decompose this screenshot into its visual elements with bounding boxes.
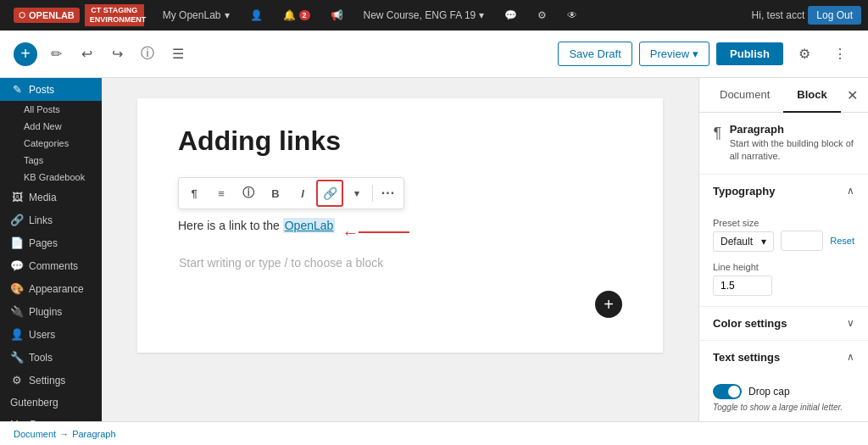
logout-button[interactable]: Log Out [808,6,861,25]
text-settings-content: Drop cap Toggle to show a large initial … [699,374,868,421]
info-btn[interactable]: ⓘ [235,180,262,207]
settings-icon: ⚙ [10,374,24,387]
settings-nav[interactable]: ⚙ [529,0,555,31]
color-settings-header[interactable]: Color settings ∨ [699,307,868,340]
add-block-button[interactable]: + [595,291,622,318]
typography-section-header[interactable]: Typography ∧ [699,175,868,208]
options-menu-button[interactable]: ⋮ [826,40,854,69]
paragraph-text: Here is a link to the OpenLab [178,216,335,235]
save-draft-button[interactable]: Save Draft [558,42,632,66]
comments-icon: 💬 [10,259,24,272]
openlab-logo: ⬡ OPENLAB [14,8,80,23]
block-name: Paragraph [730,123,854,136]
breadcrumb-paragraph[interactable]: Paragraph [72,429,115,439]
redo-button[interactable]: ↪ [105,42,129,66]
toggle-knob [728,386,740,398]
sidebar-subitem-add-new[interactable]: Add New [0,118,102,135]
sidebar-item-posts[interactable]: ✎ Posts [0,78,102,101]
paragraph-with-annotation: Here is a link to the OpenLab ← [178,216,622,248]
sidebar-item-plugins[interactable]: 🔌 Plugins [0,300,102,323]
editor-topbar: + ✏ ↩ ↪ ⓘ ☰ Save Draft Preview ▾ Publish… [0,31,868,78]
breadcrumb-document[interactable]: Document [14,429,56,439]
add-block-topbar-button[interactable]: + [14,42,37,66]
link-btn[interactable]: 🔗 [316,180,343,207]
chevron-up-icon: ∧ [847,185,854,197]
pages-icon: 📄 [10,236,24,249]
placeholder-block[interactable]: Start writing or type / to choose a bloc… [178,248,622,277]
line-height-input[interactable] [713,275,772,296]
reset-size-button[interactable]: Reset [830,236,854,246]
sidebar-item-users[interactable]: 👤 Users [0,323,102,346]
drop-cap-toggle[interactable] [713,384,742,399]
preview-button[interactable]: Preview ▾ [639,42,709,66]
tab-block[interactable]: Block [783,78,840,113]
course-nav[interactable]: New Course, ENG FA 19 ▾ [355,0,493,31]
block-toolbar: ¶ ≡ ⓘ B I 🔗 ▾ ··· [178,177,404,209]
sidebar: ✎ Posts All Posts Add New Categories Tag… [0,78,102,421]
custom-size-input[interactable] [781,231,823,251]
line-height-group: Line height [713,262,854,296]
preset-size-select[interactable]: Default ▾ [713,231,774,252]
eye-nav[interactable]: 👁 [559,0,586,31]
list-view-button[interactable]: ☰ [166,42,190,66]
italic-btn[interactable]: I [289,180,316,207]
megaphone-nav[interactable]: 📢 [322,0,352,31]
breadcrumb-separator: → [59,429,69,439]
chevron-down-color-icon: ∨ [847,317,854,329]
post-title[interactable]: Adding links [178,125,622,157]
tab-document[interactable]: Document [706,78,783,113]
text-settings-section: Text settings ∧ Drop cap Toggle to show … [699,341,868,421]
more-options-btn[interactable]: ··· [375,180,402,207]
custom-group [781,231,823,251]
my-openlab-nav[interactable]: My OpenLab ▾ [154,0,238,31]
bottom-bar: Document → Paragraph [0,421,868,445]
text-settings-header[interactable]: Text settings ∧ [699,341,868,374]
sidebar-item-tools[interactable]: 🔧 Tools [0,346,102,369]
notif-badge: 2 [299,10,310,20]
panel-tabs: Document Block ✕ [699,78,868,113]
hi-text: Hi, test acct [752,9,805,21]
sidebar-item-pages[interactable]: 📄 Pages [0,231,102,254]
undo-button[interactable]: ↩ [75,42,98,66]
sidebar-item-media[interactable]: 🖼 Media [0,186,102,209]
chat-nav[interactable]: 💬 [496,0,526,31]
sidebar-item-settings[interactable]: ⚙ Settings [0,369,102,392]
block-desc: Start with the building block of all nar… [730,137,854,164]
info-button[interactable]: ⓘ [136,42,159,66]
dropdown-btn[interactable]: ▾ [343,180,370,207]
link-text[interactable]: OpenLab [283,218,336,233]
openlab-logo-area: ⬡ OPENLAB CT STAGINGENVIRONMENT [7,4,151,26]
editor-settings-button[interactable]: ⚙ [790,40,819,69]
editor-area: Adding links ¶ ≡ ⓘ B I 🔗 ▾ ··· Here is a… [102,78,698,421]
color-settings-title: Color settings [713,317,787,330]
staging-banner: CT STAGINGENVIRONMENT [85,4,144,26]
bold-btn[interactable]: B [262,180,289,207]
panel-close-button[interactable]: ✕ [843,84,861,107]
text-settings-title: Text settings [713,351,780,364]
links-icon: 🔗 [10,214,24,226]
top-nav-right: Hi, test acct Log Out [752,6,861,25]
paragraph-btn[interactable]: ¶ [181,180,208,207]
sidebar-subitem-all-posts[interactable]: All Posts [0,101,102,118]
sidebar-subitem-tags[interactable]: Tags [0,152,102,169]
sidebar-subitem-categories[interactable]: Categories [0,135,102,152]
publish-button[interactable]: Publish [716,42,783,65]
preset-size-row: Preset size Default ▾ Reset [713,218,854,252]
posts-icon: ✎ [10,83,24,96]
sidebar-item-appearance[interactable]: 🎨 Appearance [0,277,102,300]
align-btn[interactable]: ≡ [208,180,235,207]
top-navigation: ⬡ OPENLAB CT STAGINGENVIRONMENT My OpenL… [0,0,868,31]
right-panel: Document Block ✕ ¶ Paragraph Start with … [698,78,868,421]
user-nav[interactable]: 👤 [242,0,271,31]
chevron-down-icon: ▾ [693,47,698,60]
typography-title: Typography [713,185,775,197]
arrow-line [359,231,409,233]
sidebar-subitem-kb-gradebook[interactable]: KB Gradebook [0,169,102,186]
paragraph-block-icon: ¶ [713,125,721,142]
notifications-nav[interactable]: 🔔 2 [275,0,319,31]
sidebar-item-links[interactable]: 🔗 Links [0,209,102,231]
sidebar-item-mappress[interactable]: MapPress [0,414,102,421]
sidebar-item-comments[interactable]: 💬 Comments [0,254,102,277]
sidebar-item-gutenberg[interactable]: Gutenberg [0,392,102,414]
tools-button[interactable]: ✏ [44,42,68,66]
